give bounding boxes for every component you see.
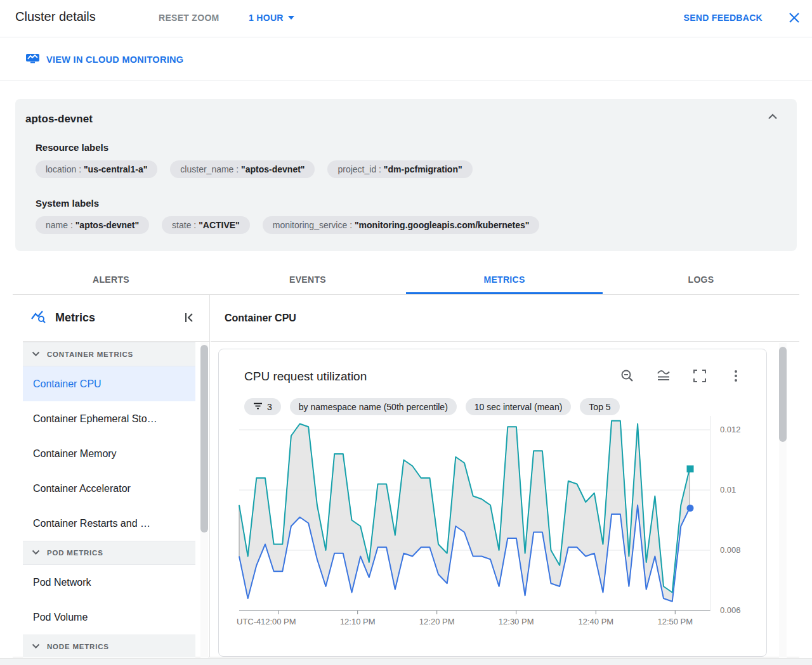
x-axis-tick-label: 12:00 PM	[256, 617, 301, 626]
x-axis-tick-label: 12:20 PM	[415, 617, 459, 626]
tab-logs[interactable]: LOGS	[603, 266, 799, 294]
sidebar-item-container-ephemeral-sto[interactable]: Container Ephemeral Sto…	[23, 401, 195, 436]
cpu-utilization-chart[interactable]	[239, 416, 710, 616]
chart-chip-3[interactable]: 3	[244, 398, 281, 415]
close-icon[interactable]	[788, 11, 801, 26]
label-chip-state: state : "ACTIVE"	[162, 216, 250, 234]
resource-labels-heading: Resource labels	[36, 142, 108, 153]
tab-alerts[interactable]: ALERTS	[13, 266, 209, 294]
page-title: Cluster details	[15, 10, 96, 24]
cluster-name: aptos-devnet	[25, 113, 93, 126]
sidebar-item-pod-volume[interactable]: Pod Volume	[23, 600, 195, 635]
x-axis-tick-label: 12:10 PM	[336, 617, 380, 626]
view-in-cloud-monitoring-link[interactable]: VIEW IN CLOUD MONITORING	[25, 53, 183, 66]
metrics-sidebar: Metrics CONTAINER METRICSContainer CPUCo…	[23, 295, 210, 657]
send-feedback-link[interactable]: SEND FEEDBACK	[684, 13, 763, 23]
chart-toolbar	[620, 368, 743, 384]
monitoring-chart-icon	[25, 53, 40, 66]
collapse-sidebar-icon[interactable]	[184, 312, 194, 325]
time-range-dropdown[interactable]: 1 HOUR	[249, 13, 294, 23]
x-axis-tick-label: 12:40 PM	[573, 617, 618, 626]
collapse-panel-button[interactable]	[768, 113, 778, 122]
time-range-label: 1 HOUR	[249, 13, 284, 23]
label-chip-monitoring-service: monitoring_service : "monitoring.googlea…	[263, 216, 540, 234]
sidebar-item-pod-network[interactable]: Pod Network	[23, 565, 195, 600]
metrics-list: CONTAINER METRICSContainer CPUContainer …	[23, 342, 195, 657]
chevron-down-icon	[32, 351, 40, 358]
sidebar-section-container-metrics[interactable]: CONTAINER METRICS	[23, 342, 195, 366]
main-scrollbar-thumb[interactable]	[779, 347, 787, 442]
sidebar-item-container-restarts-and[interactable]: Container Restarts and …	[23, 506, 195, 541]
metrics-main-panel: Container CPU CPU request utilization	[211, 295, 799, 657]
metrics-icon	[30, 309, 47, 327]
main-panel-title: Container CPU	[225, 313, 296, 324]
secondary-toolbar: VIEW IN CLOUD MONITORING	[0, 38, 812, 81]
more-options-icon[interactable]	[728, 368, 743, 384]
tab-bar: ALERTSEVENTSMETRICSLOGS	[13, 266, 799, 295]
view-in-cloud-monitoring-label: VIEW IN CLOUD MONITORING	[46, 55, 183, 65]
tab-metrics[interactable]: METRICS	[406, 266, 603, 294]
label-chip-project-id: project_id : "dm-pcfmigration"	[327, 160, 472, 178]
sidebar-section-pod-metrics[interactable]: POD METRICS	[23, 541, 195, 565]
statistics-icon[interactable]	[656, 368, 671, 384]
system-labels-row: name : "aptos-devnet"state : "ACTIVE"mon…	[36, 216, 539, 234]
main-scrollbar[interactable]	[779, 343, 787, 657]
sidebar-section-node-metrics[interactable]: NODE METRICS	[23, 635, 195, 657]
sidebar-item-container-cpu[interactable]: Container CPU	[23, 366, 195, 401]
chart-chip-10-sec-interval-mean[interactable]: 10 sec interval (mean)	[466, 398, 572, 415]
sidebar-scrollbar[interactable]	[200, 342, 208, 657]
chevron-down-icon	[288, 16, 294, 20]
bottom-strip	[0, 658, 812, 665]
main-panel-header: Container CPU	[211, 295, 799, 342]
sidebar-item-container-accelerator[interactable]: Container Accelerator	[23, 471, 195, 506]
metrics-sidebar-header: Metrics	[23, 295, 209, 342]
metrics-sidebar-title: Metrics	[55, 311, 95, 325]
chevron-down-icon	[32, 643, 40, 650]
label-chip-name: name : "aptos-devnet"	[36, 216, 149, 234]
label-chip-cluster-name: cluster_name : "aptos-devnet"	[170, 160, 315, 178]
chart-title: CPU request utilization	[244, 370, 367, 384]
chart-chip-top-5[interactable]: Top 5	[580, 398, 619, 415]
tab-events[interactable]: EVENTS	[209, 266, 406, 294]
reset-zoom-button[interactable]: RESET ZOOM	[159, 13, 219, 23]
cluster-info-panel: aptos-devnet Resource labels location : …	[15, 99, 797, 251]
fullscreen-icon[interactable]	[692, 368, 707, 384]
y-axis-tick-label: 0.012	[720, 425, 741, 434]
metrics-content: Metrics CONTAINER METRICSContainer CPUCo…	[13, 295, 799, 657]
cluster-details-page: Cluster details RESET ZOOM 1 HOUR SEND F…	[0, 0, 812, 665]
chevron-down-icon	[32, 549, 40, 557]
chart-chip-by-namespace-name-50th-percentile[interactable]: by namespace name (50th percentile)	[290, 398, 457, 415]
zoom-out-icon[interactable]	[620, 368, 635, 384]
y-axis-tick-label: 0.008	[720, 545, 741, 555]
top-bar: Cluster details RESET ZOOM 1 HOUR SEND F…	[0, 0, 812, 37]
chart-filter-chips: 3by namespace name (50th percentile)10 s…	[244, 398, 620, 415]
x-axis-tick-label: 12:50 PM	[653, 617, 697, 626]
chart-card: CPU request utilization	[218, 349, 767, 657]
sidebar-scrollbar-thumb[interactable]	[200, 345, 208, 533]
x-axis-tick-label: 12:30 PM	[494, 617, 539, 626]
filter-icon	[253, 402, 263, 412]
y-axis-tick-label: 0.01	[720, 485, 736, 494]
resource-labels-row: location : "us-central1-a"cluster_name :…	[36, 160, 473, 178]
label-chip-location: location : "us-central1-a"	[36, 160, 157, 178]
system-labels-heading: System labels	[36, 198, 99, 209]
y-axis-tick-label: 0.006	[720, 605, 741, 615]
sidebar-item-container-memory[interactable]: Container Memory	[23, 436, 195, 471]
